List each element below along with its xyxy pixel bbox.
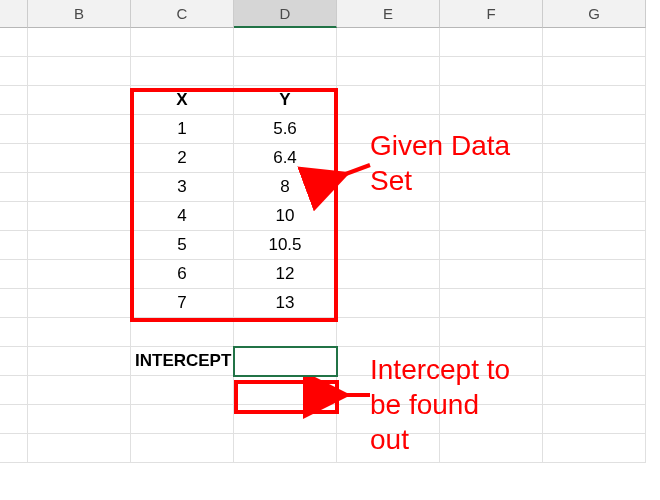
cell[interactable] [337,231,440,260]
cell[interactable] [28,318,131,347]
cell[interactable] [543,260,646,289]
col-header-b[interactable]: B [28,0,131,28]
cell[interactable] [28,202,131,231]
cell[interactable] [543,405,646,434]
cell[interactable] [234,57,337,86]
col-header-c[interactable]: C [131,0,234,28]
y-cell[interactable]: 12 [234,260,337,289]
cell[interactable] [234,405,337,434]
cell[interactable] [28,260,131,289]
cell[interactable] [543,347,646,376]
cell[interactable] [543,86,646,115]
cell[interactable] [543,289,646,318]
cell[interactable] [234,28,337,57]
cell[interactable] [337,86,440,115]
header-y[interactable]: Y [234,86,337,115]
cell[interactable] [234,376,337,405]
y-cell[interactable]: 10 [234,202,337,231]
cell[interactable] [28,86,131,115]
cell[interactable] [28,144,131,173]
row-spacer [0,28,28,57]
y-cell[interactable]: 8 [234,173,337,202]
cell[interactable] [337,289,440,318]
cell[interactable] [440,57,543,86]
cell[interactable] [440,289,543,318]
y-cell[interactable]: 6.4 [234,144,337,173]
y-cell[interactable]: 5.6 [234,115,337,144]
intercept-label[interactable]: INTERCEPT [131,347,234,376]
cell[interactable] [337,202,440,231]
col-header-g[interactable]: G [543,0,646,28]
cell[interactable] [131,405,234,434]
spreadsheet-grid[interactable]: B C D E F G X Y 1 5.6 2 6.4 3 8 4 10 [0,0,660,492]
header-x[interactable]: X [131,86,234,115]
x-cell[interactable]: 5 [131,231,234,260]
cell[interactable] [28,231,131,260]
cell[interactable] [337,28,440,57]
cell[interactable] [28,347,131,376]
cell[interactable] [131,376,234,405]
cell[interactable] [28,376,131,405]
cell[interactable] [131,57,234,86]
cell[interactable] [337,260,440,289]
cell[interactable] [337,144,440,173]
y-cell[interactable]: 13 [234,289,337,318]
cell[interactable] [543,144,646,173]
cell[interactable] [440,260,543,289]
cell[interactable] [337,376,440,405]
cell[interactable] [28,173,131,202]
cell[interactable] [543,376,646,405]
cell[interactable] [337,115,440,144]
intercept-result-cell[interactable] [234,347,337,376]
cell[interactable] [337,173,440,202]
cell[interactable] [543,434,646,463]
cell[interactable] [440,231,543,260]
x-cell[interactable]: 7 [131,289,234,318]
cell[interactable] [28,405,131,434]
cell[interactable] [543,173,646,202]
cell[interactable] [440,318,543,347]
cell[interactable] [28,289,131,318]
cell[interactable] [234,318,337,347]
cell[interactable] [131,318,234,347]
cell[interactable] [234,434,337,463]
col-header-d[interactable]: D [234,0,337,28]
cell[interactable] [131,434,234,463]
cell[interactable] [440,28,543,57]
select-all-corner[interactable] [0,0,28,28]
cell[interactable] [440,144,543,173]
cell[interactable] [440,434,543,463]
cell[interactable] [440,86,543,115]
cell[interactable] [28,57,131,86]
cell[interactable] [543,115,646,144]
cell[interactable] [440,115,543,144]
col-header-e[interactable]: E [337,0,440,28]
cell[interactable] [28,434,131,463]
cell[interactable] [543,57,646,86]
cell[interactable] [543,28,646,57]
cell[interactable] [337,347,440,376]
cell[interactable] [440,202,543,231]
cell[interactable] [543,318,646,347]
cell[interactable] [440,173,543,202]
x-cell[interactable]: 6 [131,260,234,289]
cell[interactable] [543,202,646,231]
x-cell[interactable]: 2 [131,144,234,173]
cell[interactable] [440,347,543,376]
cell[interactable] [28,28,131,57]
cell[interactable] [28,115,131,144]
cell[interactable] [440,376,543,405]
row-spacer [0,173,28,202]
cell[interactable] [440,405,543,434]
cell[interactable] [337,434,440,463]
x-cell[interactable]: 1 [131,115,234,144]
cell[interactable] [337,318,440,347]
x-cell[interactable]: 3 [131,173,234,202]
x-cell[interactable]: 4 [131,202,234,231]
y-cell[interactable]: 10.5 [234,231,337,260]
cell[interactable] [131,28,234,57]
col-header-f[interactable]: F [440,0,543,28]
cell[interactable] [337,405,440,434]
cell[interactable] [337,57,440,86]
cell[interactable] [543,231,646,260]
